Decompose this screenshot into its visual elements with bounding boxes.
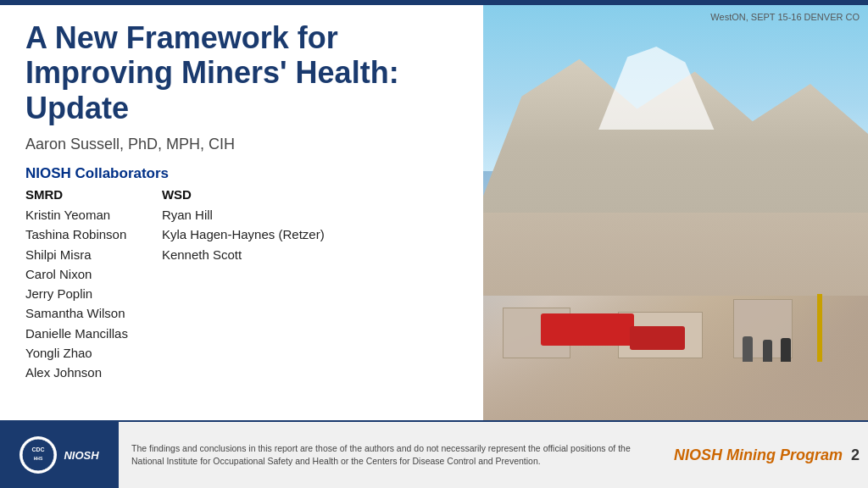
collaborators-heading: NIOSH Collaborators (25, 165, 463, 182)
wsd-names-list: Ryan Hill Kyla Hagen-Haynes (Retzer) Ken… (162, 205, 325, 264)
list-item: Kristin Yeoman (25, 205, 128, 225)
svg-point-0 (22, 439, 54, 471)
slide: A New Framework for Improving Miners' He… (0, 0, 868, 488)
svg-text:HHS: HHS (34, 456, 43, 461)
signal-pole (817, 294, 822, 362)
cdc-logos: CDC HHS NIOSH (19, 436, 98, 474)
right-image-panel: WestON, SEPT 15-16 DENVER CO (483, 5, 868, 420)
event-info: WestON, SEPT 15-16 DENVER CO (710, 12, 860, 22)
niosh-mining-label: NIOSH Mining Program (674, 446, 843, 464)
list-item: Kyla Hagen-Haynes (Retzer) (162, 225, 325, 244)
list-item: Ryan Hill (162, 205, 325, 225)
niosh-logo-text: NIOSH (64, 449, 98, 462)
author-name: Aaron Sussell, PhD, MPH, CIH (25, 136, 463, 153)
collaborators-grid: SMRD Kristin Yeoman Tashina Robinson Shi… (25, 187, 463, 382)
list-item: Yongli Zhao (25, 343, 128, 363)
list-item: Tashina Robinson (25, 225, 128, 244)
wsd-column: WSD Ryan Hill Kyla Hagen-Haynes (Retzer)… (162, 187, 325, 382)
list-item: Jerry Poplin (25, 284, 128, 303)
bottom-right: NIOSH Mining Program 2 (674, 446, 860, 464)
bottom-bar: CDC HHS NIOSH The findings and conclusio… (0, 420, 868, 488)
mountain-image (483, 5, 868, 420)
page-number: 2 (851, 446, 860, 464)
list-item: Kenneth Scott (162, 245, 325, 264)
content-area: A New Framework for Improving Miners' He… (0, 5, 868, 420)
list-item: Danielle Mancillas (25, 324, 128, 343)
truck-shape (630, 326, 685, 350)
cdc-logo-area: CDC HHS NIOSH (0, 421, 119, 488)
person-2 (763, 340, 772, 362)
person-1 (781, 338, 791, 362)
person-3 (743, 336, 753, 362)
event-text: WestON, SEPT 15-16 DENVER CO (710, 12, 860, 22)
wsd-header: WSD (162, 187, 325, 202)
disclaimer-text: The findings and conclusions in this rep… (119, 435, 674, 474)
bus-shape (541, 313, 634, 346)
list-item: Samantha Wilson (25, 303, 128, 323)
list-item: Alex Johnson (25, 363, 128, 382)
main-title: A New Framework for Improving Miners' He… (25, 20, 463, 125)
svg-text:CDC: CDC (32, 446, 45, 452)
smrd-header: SMRD (25, 187, 128, 202)
list-item: Shilpi Misra (25, 245, 128, 264)
smrd-column: SMRD Kristin Yeoman Tashina Robinson Shi… (25, 187, 128, 382)
cdc-emblem: CDC HHS (19, 436, 57, 474)
left-panel: A New Framework for Improving Miners' He… (0, 5, 483, 420)
list-item: Carol Nixon (25, 264, 128, 284)
smrd-names-list: Kristin Yeoman Tashina Robinson Shilpi M… (25, 205, 128, 382)
